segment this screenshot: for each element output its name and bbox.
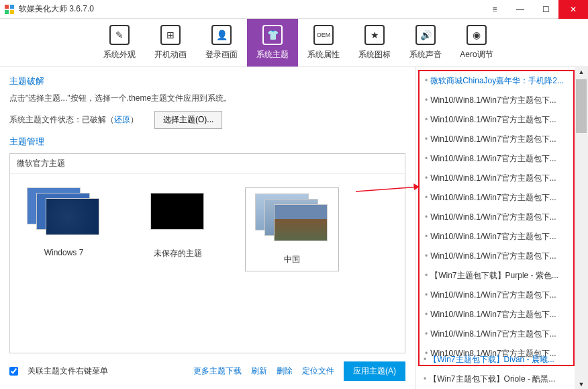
minimize-button[interactable]: — [507, 0, 533, 19]
right-panel: 微软商城ChinaJoy嘉年华：手机降2...Win10/Win8.1/Win7… [415, 67, 588, 389]
content: 主题破解 点击"选择主题..."按钮，选择一个.theme主题文件应用到系统。 … [0, 67, 588, 389]
theme-item[interactable]: 未保存的主题 [131, 187, 225, 271]
footer-row: 关联主题文件右键菜单 更多主题下载 刷新 删除 定位文件 应用主题(A) [9, 359, 405, 381]
theme-thumbnail [27, 187, 101, 234]
scrollbar[interactable]: ▲ ▼ [575, 67, 588, 389]
status-prefix: 系统主题文件状态： [9, 115, 82, 124]
close-button[interactable]: ✕ [558, 0, 588, 19]
theme-box: 微软官方主题 Windows 7 未保存的主题 [9, 153, 405, 353]
tab-boot-anim[interactable]: ⊞开机动画 [145, 19, 196, 67]
tab-theme[interactable]: 👕系统主题 [247, 19, 298, 67]
themes-body: Windows 7 未保存的主题 中国 [10, 174, 405, 285]
theme-icon: 👕 [262, 25, 283, 45]
list-item[interactable]: 【Win7主题包下载】Divan - 晨曦... [418, 350, 574, 370]
theme-thumbnail [255, 193, 329, 241]
boot-icon: ⊞ [160, 25, 181, 45]
refresh-link[interactable]: 刷新 [251, 365, 267, 377]
list-item[interactable]: Win10/Win8.1/Win7官方主题包下... [420, 286, 573, 305]
status-row: 系统主题文件状态：已破解（还原） 选择主题(O)... [9, 111, 405, 129]
list-item[interactable]: Win10/Win8.1/Win7官方主题包下... [420, 227, 573, 247]
scroll-down-icon[interactable]: ▼ [575, 381, 588, 388]
context-menu-checkbox[interactable] [9, 367, 18, 376]
theme-name: 未保存的主题 [131, 248, 225, 259]
svg-rect-2 [5, 10, 9, 14]
menu-button[interactable]: ≡ [482, 0, 507, 19]
tab-aero[interactable]: ◉Aero调节 [451, 19, 502, 67]
list-item[interactable]: Win10/Win8.1/Win7官方主题包下... [420, 130, 573, 149]
checkbox-label: 关联主题文件右键菜单 [28, 365, 108, 377]
sound-icon: 🔊 [415, 25, 436, 45]
theme-item-selected[interactable]: 中国 [245, 187, 339, 271]
app-title: 软媒美化大师 3.6.7.0 [19, 3, 482, 15]
tab-appearance[interactable]: ✎系统外观 [94, 19, 145, 67]
appearance-icon: ✎ [109, 25, 130, 45]
official-themes-header: 微软官方主题 [10, 154, 405, 174]
list-item[interactable]: 【Win7主题包下载】Purple - 紫色... [420, 266, 573, 286]
list-item[interactable]: Win10/Win8.1/Win7官方主题包下... [420, 169, 573, 188]
theme-item[interactable]: Windows 7 [17, 187, 111, 271]
titlebar: 软媒美化大师 3.6.7.0 ≡ — ☐ ✕ [0, 0, 588, 19]
list-item[interactable]: 【Win7主题包下载】Oriole - 酷黑... [418, 370, 574, 389]
tab-oem[interactable]: OEM系统属性 [298, 19, 349, 67]
crack-section-title: 主题破解 [9, 75, 405, 87]
maximize-button[interactable]: ☐ [533, 0, 558, 19]
apply-theme-button[interactable]: 应用主题(A) [344, 361, 405, 381]
svg-rect-3 [10, 10, 14, 14]
list-item[interactable]: Win10/Win8.1/Win7官方主题包下... [420, 110, 573, 130]
theme-name: 中国 [246, 254, 338, 265]
aero-icon: ◉ [467, 25, 487, 45]
theme-thumbnail [141, 187, 215, 234]
icons-icon: ★ [364, 25, 385, 45]
list-item[interactable]: Win10/Win8.1/Win7官方主题包下... [420, 208, 573, 227]
list-item[interactable]: Win10/Win8.1/Win7官方主题包下... [420, 247, 573, 266]
list-item[interactable]: Win10/Win8.1/Win7官方主题包下... [420, 325, 573, 344]
svg-rect-1 [10, 5, 14, 9]
manage-section-title: 主题管理 [9, 136, 405, 148]
login-icon: 👤 [211, 25, 232, 45]
oem-icon: OEM [313, 25, 334, 45]
tab-login[interactable]: 👤登录画面 [196, 19, 247, 67]
list-item[interactable]: Win10/Win8.1/Win7官方主题包下... [420, 305, 573, 325]
more-themes-link[interactable]: 更多主题下载 [193, 365, 242, 377]
list-item[interactable]: Win10/Win8.1/Win7官方主题包下... [420, 188, 573, 208]
tab-icons[interactable]: ★系统图标 [349, 19, 400, 67]
status-value: 已破解 [82, 115, 106, 124]
locate-link[interactable]: 定位文件 [302, 365, 334, 377]
left-panel: 主题破解 点击"选择主题..."按钮，选择一个.theme主题文件应用到系统。 … [0, 67, 415, 389]
app-logo-icon [4, 4, 15, 15]
crack-description: 点击"选择主题..."按钮，选择一个.theme主题文件应用到系统。 [9, 93, 405, 104]
list-item[interactable]: 微软商城ChinaJoy嘉年华：手机降2... [420, 71, 573, 91]
right-list-below: 【Win7主题包下载】Divan - 晨曦...【Win7主题包下载】Oriol… [418, 350, 574, 389]
scroll-up-icon[interactable]: ▲ [575, 67, 588, 75]
restore-link[interactable]: 还原 [114, 115, 130, 124]
svg-rect-0 [5, 5, 9, 9]
scroll-thumb[interactable] [576, 79, 587, 133]
right-list-highlighted: 微软商城ChinaJoy嘉年华：手机降2...Win10/Win8.1/Win7… [418, 70, 575, 366]
list-item[interactable]: Win10/Win8.1/Win7官方主题包下... [420, 149, 573, 169]
theme-name: Windows 7 [17, 248, 111, 257]
select-theme-button[interactable]: 选择主题(O)... [154, 111, 222, 129]
toolbar: ✎系统外观 ⊞开机动画 👤登录画面 👕系统主题 OEM系统属性 ★系统图标 🔊系… [0, 19, 588, 67]
tab-sound[interactable]: 🔊系统声音 [400, 19, 451, 67]
delete-link[interactable]: 删除 [277, 365, 293, 377]
list-item[interactable]: Win10/Win8.1/Win7官方主题包下... [420, 91, 573, 110]
